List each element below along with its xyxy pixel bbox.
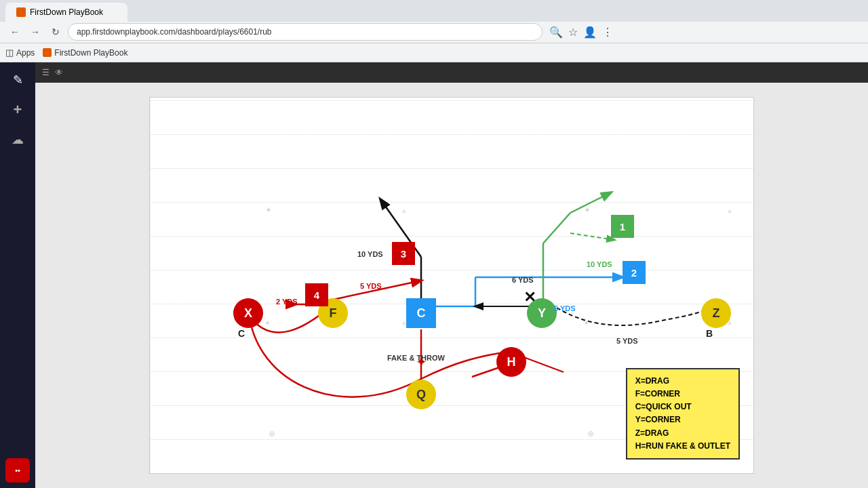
play-diagram: ✦ ✦ ⬥ ⬥ ⊕ ⊕ ▲ ▲ ▲ ▲ bbox=[149, 97, 754, 474]
sidebar-bottom: •• bbox=[5, 458, 30, 483]
bookmark-icon[interactable]: ☆ bbox=[568, 26, 578, 39]
browser-chrome: FirstDown PlayBook ← → ↻ app.firstdownpl… bbox=[0, 0, 868, 43]
profile-icon[interactable]: 👤 bbox=[583, 26, 597, 39]
player-x: X bbox=[233, 298, 263, 328]
label-5yds-blue: 5 YDS bbox=[554, 304, 576, 312]
toolbar-item-2[interactable]: 👁 bbox=[55, 68, 63, 77]
route-number-1: 1 bbox=[611, 215, 634, 238]
nav-icons: 🔍 ☆ 👤 ⋮ bbox=[549, 26, 613, 39]
menu-icon[interactable]: ⋮ bbox=[602, 26, 613, 39]
player-c: C bbox=[406, 298, 436, 328]
label-fake-throw: FAKE & THROW bbox=[387, 354, 445, 362]
apps-bookmark[interactable]: ◫ Apps bbox=[5, 47, 35, 58]
legend-line-2: F=CORNER bbox=[635, 388, 730, 401]
svg-line-25 bbox=[570, 192, 611, 213]
sidebar: ✎ + ☁ •• bbox=[0, 62, 35, 488]
back-button[interactable]: ← bbox=[7, 24, 23, 40]
reload-button[interactable]: ↻ bbox=[47, 24, 64, 40]
x-crosshair: ✕ bbox=[524, 289, 536, 306]
player-x-label: C bbox=[238, 328, 245, 339]
notification-button[interactable]: •• bbox=[5, 458, 30, 483]
add-sidebar-button[interactable]: + bbox=[5, 98, 30, 122]
edit-sidebar-button[interactable]: ✎ bbox=[5, 68, 30, 92]
legend-box: X=DRAG F=CORNER C=QUICK OUT Y=CORNER Z=D… bbox=[626, 368, 740, 460]
toolbar-strip: ☰ 👁 bbox=[35, 62, 868, 83]
route-number-2: 2 bbox=[623, 261, 646, 284]
svg-line-26 bbox=[570, 233, 614, 240]
route-number-3: 3 bbox=[392, 242, 415, 265]
bookmarks-bar: ◫ Apps FirstDown PlayBook bbox=[0, 43, 868, 62]
forward-button[interactable]: → bbox=[27, 24, 43, 40]
active-tab[interactable]: FirstDown PlayBook bbox=[5, 3, 127, 22]
player-z-label: B bbox=[706, 328, 713, 339]
route-number-4: 4 bbox=[305, 283, 328, 306]
player-q: Q bbox=[406, 380, 436, 409]
label-2yds-red: 2 YDS bbox=[276, 298, 298, 306]
player-z: Z bbox=[701, 298, 731, 328]
search-icon[interactable]: 🔍 bbox=[549, 26, 563, 39]
tab-bar: FirstDown PlayBook bbox=[0, 0, 868, 22]
legend-line-1: X=DRAG bbox=[635, 375, 730, 388]
nav-bar: ← → ↻ app.firstdownplaybook.com/dashboar… bbox=[0, 22, 868, 43]
legend-line-6: H=RUN FAKE & OUTLET bbox=[635, 440, 730, 453]
label-5yds-red: 5 YDS bbox=[360, 282, 382, 290]
label-6yds-black: 6 YDS bbox=[512, 276, 534, 284]
svg-line-24 bbox=[543, 213, 570, 243]
player-h: H bbox=[496, 347, 526, 377]
legend-line-4: Y=CORNER bbox=[635, 413, 730, 426]
cloud-sidebar-button[interactable]: ☁ bbox=[5, 127, 30, 152]
address-bar[interactable]: app.firstdownplaybook.com/dashboard/play… bbox=[68, 23, 542, 41]
label-10yds-black: 10 YDS bbox=[357, 250, 383, 258]
site-bookmark[interactable]: FirstDown PlayBook bbox=[43, 48, 127, 58]
toolbar-item-1[interactable]: ☰ bbox=[42, 68, 50, 77]
tab-favicon bbox=[16, 7, 26, 17]
url-text: app.firstdownplaybook.com/dashboard/play… bbox=[77, 27, 272, 37]
legend-line-3: C=QUICK OUT bbox=[635, 401, 730, 413]
legend-line-5: Z=DRAG bbox=[635, 427, 730, 440]
main-content: ✦ ✦ ⬥ ⬥ ⊕ ⊕ ▲ ▲ ▲ ▲ bbox=[35, 83, 868, 488]
label-5yds-black: 5 YDS bbox=[616, 337, 638, 345]
tab-title: FirstDown PlayBook bbox=[30, 7, 103, 17]
label-10yds-green: 10 YDS bbox=[587, 260, 612, 268]
